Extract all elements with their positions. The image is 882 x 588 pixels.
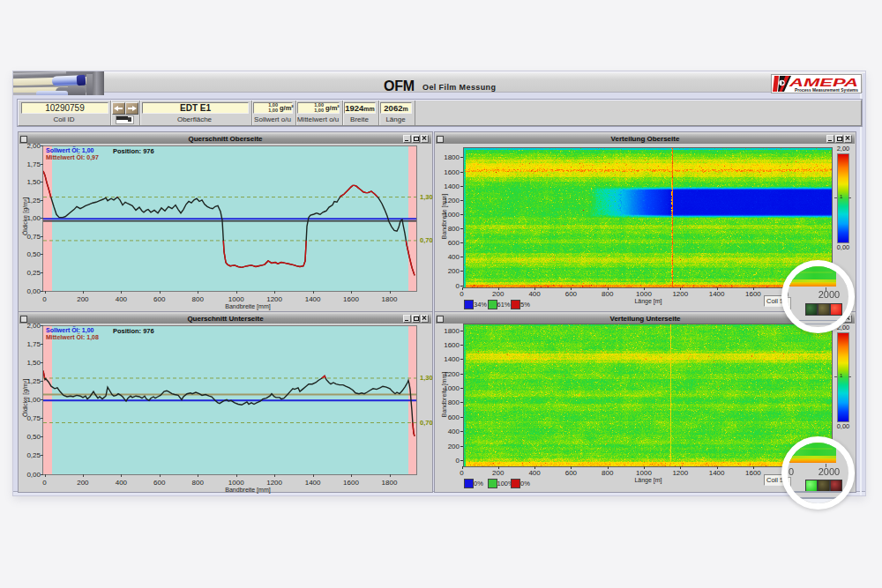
svg-text:Process Measurement Systems: Process Measurement Systems: [795, 87, 858, 93]
